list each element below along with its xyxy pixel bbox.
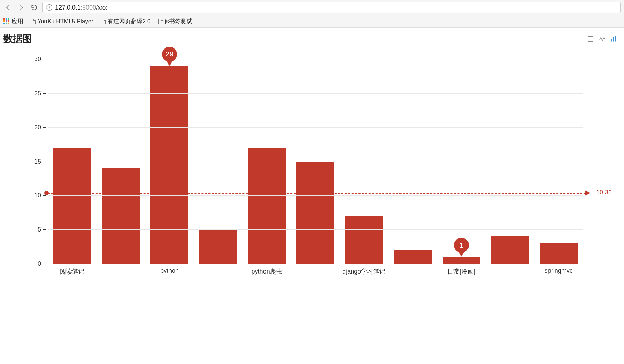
y-axis-label: 20 — [34, 124, 41, 131]
grid-line — [48, 59, 583, 59]
plot-area: 291 05101520253010.36 — [48, 59, 583, 264]
bookmarks-bar: 应用 YouKu HTML5 Player 有道网页翻译2.0 js书签测试 — [0, 15, 624, 27]
x-axis-label: 阅读笔记 — [48, 264, 96, 278]
y-tick — [43, 229, 46, 230]
avg-line-arrow-icon — [585, 190, 591, 196]
y-tick — [43, 93, 46, 94]
site-info-icon[interactable]: i — [46, 4, 52, 11]
bar[interactable] — [491, 236, 529, 264]
x-axis-label: springmvc — [534, 264, 583, 278]
bar[interactable]: 29 — [150, 66, 188, 264]
bookmark-item[interactable]: js书签测试 — [158, 17, 192, 25]
grid-line — [48, 229, 583, 230]
bar[interactable] — [540, 243, 578, 264]
svg-rect-4 — [611, 39, 612, 42]
bar[interactable]: 1 — [443, 257, 480, 264]
file-icon — [31, 19, 36, 24]
bookmark-item[interactable]: 有道网页翻译2.0 — [101, 17, 151, 25]
data-view-icon[interactable] — [587, 36, 594, 42]
bar[interactable] — [199, 229, 237, 264]
y-axis-label: 5 — [38, 226, 41, 233]
forward-button[interactable] — [16, 3, 26, 12]
bar[interactable] — [345, 216, 383, 264]
x-axis-labels: 阅读笔记.python.python爬虫.django学习笔记.日常[漫画].s… — [48, 264, 583, 278]
y-axis-label: 30 — [34, 56, 41, 63]
page-content: 数据图 291 05101520253010.36 阅读笔记.python.py… — [0, 28, 624, 291]
y-tick — [43, 195, 46, 196]
bar[interactable] — [102, 168, 140, 264]
apps-button[interactable]: 应用 — [3, 17, 23, 25]
y-tick — [43, 264, 46, 264]
grid-line — [48, 93, 583, 94]
svg-rect-6 — [615, 36, 616, 42]
url-text: 127.0.0.1:5000/xxx — [55, 4, 107, 11]
bar[interactable] — [394, 250, 432, 264]
chart-title: 数据图 — [3, 32, 32, 45]
bookmark-label: YouKu HTML5 Player — [38, 18, 93, 25]
url-bar[interactable]: i 127.0.0.1:5000/xxx — [42, 2, 621, 13]
file-icon — [101, 19, 106, 24]
min-marker-pin: 1 — [454, 238, 469, 257]
browser-chrome: i 127.0.0.1:5000/xxx 应用 YouKu HTML5 Play… — [0, 0, 624, 28]
chart-header: 数据图 — [3, 32, 621, 45]
apps-label: 应用 — [12, 17, 23, 25]
bar[interactable] — [53, 148, 91, 264]
y-tick — [43, 59, 46, 59]
x-axis-label: . — [96, 264, 145, 278]
bar[interactable] — [296, 162, 334, 264]
avg-line-dash — [48, 193, 586, 194]
x-axis-label: . — [291, 264, 340, 278]
chart-container: 291 05101520253010.36 阅读笔记.python.python… — [48, 59, 583, 278]
reload-button[interactable] — [29, 3, 39, 12]
back-button[interactable] — [3, 3, 13, 12]
x-axis-label: . — [486, 264, 534, 278]
bookmark-label: 有道网页翻译2.0 — [108, 17, 151, 25]
x-axis-label: python爬虫 — [242, 264, 291, 278]
y-axis-label: 10 — [34, 192, 41, 199]
grid-line — [48, 127, 583, 128]
chart-toolbox — [587, 36, 621, 42]
browser-toolbar: i 127.0.0.1:5000/xxx — [0, 0, 624, 15]
x-axis-label: . — [194, 264, 242, 278]
x-axis-label: 日常[漫画] — [437, 264, 486, 278]
svg-rect-5 — [613, 37, 614, 42]
x-axis-label: django学习笔记 — [340, 264, 388, 278]
apps-icon — [3, 18, 10, 25]
file-icon — [158, 19, 163, 24]
bookmark-item[interactable]: YouKu HTML5 Player — [31, 18, 93, 25]
x-axis-label: . — [389, 264, 437, 278]
x-axis-label: python — [145, 264, 194, 278]
grid-line — [48, 195, 583, 196]
max-marker-pin: 29 — [162, 47, 177, 66]
bar-chart-icon[interactable] — [610, 36, 617, 42]
line-chart-icon[interactable] — [599, 36, 606, 42]
bar[interactable] — [248, 148, 286, 264]
y-axis-label: 25 — [34, 89, 41, 97]
grid-line — [48, 162, 583, 162]
avg-line-label: 10.36 — [596, 189, 612, 196]
y-tick — [43, 127, 46, 128]
y-axis-label: 15 — [34, 158, 41, 165]
y-tick — [43, 162, 46, 162]
bookmark-label: js书签测试 — [165, 17, 192, 25]
y-axis-label: 0 — [38, 260, 41, 267]
